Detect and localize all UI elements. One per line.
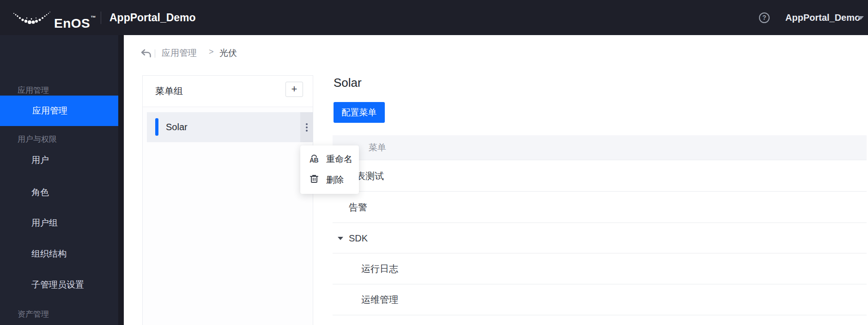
- menu-group-panel-header: 菜单组 +: [143, 76, 313, 107]
- context-menu-item-label: 删除: [326, 174, 344, 186]
- menu-group-item-solar[interactable]: Solar: [147, 112, 313, 142]
- selected-accent-bar: [155, 118, 158, 136]
- topbar: EnOS™ AppPortal_Demo ? AppPortal_Demo: [0, 0, 868, 35]
- add-menu-group-button[interactable]: +: [285, 82, 303, 97]
- sidebar-section-label: 用户与权限: [18, 134, 57, 144]
- context-menu-item-label: 重命名: [326, 153, 352, 165]
- kebab-vertical-icon[interactable]: [300, 112, 313, 142]
- context-menu: AB 重命名 删除: [300, 145, 359, 194]
- menu-table-row[interactable]: 告警: [333, 192, 867, 223]
- app-window: EnOS™ AppPortal_Demo ? AppPortal_Demo 应用…: [0, 0, 868, 325]
- menu-table-row[interactable]: 运行日志: [333, 253, 867, 284]
- brand-logo-text: EnOS™: [54, 0, 96, 35]
- menu-table-row-label: 表测试: [356, 160, 384, 192]
- menu-table-header: 菜单: [333, 135, 867, 160]
- menu-table-row-label: 运行日志: [361, 253, 398, 284]
- context-menu-item-delete[interactable]: 删除: [300, 169, 359, 190]
- menu-group-item-label: Solar: [166, 112, 188, 142]
- menu-table-row[interactable]: 表测试: [333, 160, 867, 192]
- sidebar-item-用户组[interactable]: 用户组: [0, 215, 118, 231]
- sidebar-item-应用管理[interactable]: 应用管理: [0, 96, 118, 126]
- help-icon[interactable]: ?: [759, 12, 770, 23]
- detail-title: Solar: [334, 76, 362, 90]
- main-content: 应用管理 > 光伏 菜单组 + Solar Solar 配置菜单 菜单 表测试告…: [124, 35, 868, 325]
- menu-table-rows: 表测试告警SDK运行日志运维管理: [333, 160, 867, 315]
- menu-table-row-label: 运维管理: [361, 284, 398, 315]
- back-arrow-icon[interactable]: [141, 49, 152, 58]
- menu-table-header-label: 菜单: [369, 135, 386, 160]
- sidebar-item-用户[interactable]: 用户: [0, 152, 118, 168]
- rename-icon: AB: [308, 155, 320, 163]
- sidebar-item-子管理员设置[interactable]: 子管理员设置: [0, 277, 118, 293]
- menu-table-row-label: SDK: [349, 223, 368, 253]
- tree-expand-caret-icon[interactable]: [338, 237, 343, 240]
- sidebar-scrollbar[interactable]: [118, 35, 124, 325]
- trash-icon: [308, 174, 320, 186]
- breadcrumb-separator: >: [209, 47, 214, 57]
- sidebar-section-label: 应用管理: [18, 85, 49, 96]
- menu-group-title: 菜单组: [155, 76, 183, 107]
- menu-group-panel: 菜单组 + Solar: [142, 75, 313, 325]
- topbar-divider: [101, 12, 101, 24]
- sidebar-item-角色[interactable]: 角色: [0, 185, 118, 200]
- menu-table: 菜单 表测试告警SDK运行日志运维管理: [333, 135, 867, 315]
- chevron-down-icon[interactable]: [857, 16, 864, 20]
- sidebar: 应用管理应用管理用户与权限用户角色用户组组织结构子管理员设置资产管理资产同步: [0, 35, 124, 325]
- breadcrumb-parent[interactable]: 应用管理: [162, 47, 197, 59]
- context-menu-item-rename[interactable]: AB 重命名: [300, 149, 359, 169]
- menu-table-row[interactable]: SDK: [333, 223, 867, 253]
- sidebar-section-label: 资产管理: [18, 309, 49, 319]
- menu-table-row[interactable]: 运维管理: [333, 284, 867, 315]
- account-menu[interactable]: AppPortal_Demo: [785, 0, 860, 35]
- enos-logo-icon: [12, 10, 50, 26]
- breadcrumb-current: 光伏: [219, 47, 237, 59]
- app-title: AppPortal_Demo: [109, 0, 196, 35]
- sidebar-item-组织结构[interactable]: 组织结构: [0, 246, 118, 262]
- trademark: ™: [91, 15, 96, 20]
- menu-table-row-label: 告警: [349, 192, 367, 223]
- configure-menu-button[interactable]: 配置菜单: [334, 102, 385, 123]
- breadcrumb-divider: [155, 49, 155, 58]
